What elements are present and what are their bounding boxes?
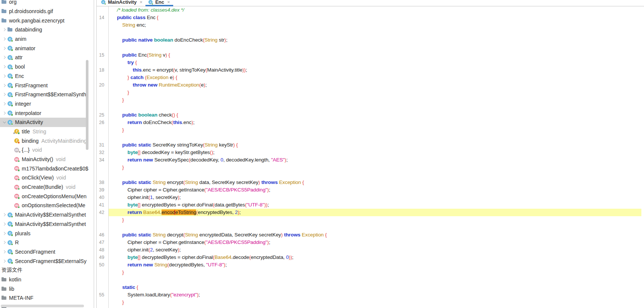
- tree-item-mainactivity[interactable]: mMainActivity()void: [0, 155, 94, 164]
- code-line[interactable]: [109, 224, 641, 231]
- chevron-right-icon[interactable]: [1, 93, 7, 96]
- chevron-right-icon[interactable]: [1, 56, 7, 58]
- code-line[interactable]: return new SecretKeySpec(decodedKey, 0, …: [109, 156, 641, 164]
- chevron-right-icon[interactable]: [1, 66, 7, 68]
- tree-item-oncreateoptionsmenu-men[interactable]: monCreateOptionsMenu(Men: [0, 191, 94, 201]
- code-line[interactable]: throw new RuntimeException(e);: [109, 81, 641, 89]
- tree-item-meta-inf[interactable]: META-INF: [0, 293, 94, 303]
- code-line[interactable]: byte[] decryptedBytes = cipher.doFinal(B…: [109, 254, 641, 261]
- tree-item-oncreate-bundle[interactable]: monCreate(Bundle)void: [0, 182, 94, 192]
- tree-item-firstfragment[interactable]: cFirstFragment: [0, 81, 94, 90]
- code-line[interactable]: [109, 104, 641, 111]
- code-line[interactable]: }: [109, 269, 641, 276]
- code-line[interactable]: }: [109, 164, 641, 171]
- code-line[interactable]: Cipher cipher = Cipher.getInstance("AES/…: [109, 239, 641, 246]
- tree-item-databinding[interactable]: databinding: [0, 25, 94, 34]
- code-line[interactable]: byte[] encryptedBytes = cipher.doFinal(d…: [109, 201, 641, 209]
- tree-item-firstfragment-externalsynth[interactable]: cFirstFragment$$ExternalSynth: [0, 90, 94, 99]
- tree-item-mainactivity-externalsynthet[interactable]: cMainActivity$$ExternalSynthet: [0, 220, 94, 229]
- chevron-right-icon[interactable]: [1, 232, 7, 235]
- code-line[interactable]: }: [109, 299, 641, 306]
- code-line[interactable]: return new String(decryptedBytes, "UTF-8…: [109, 261, 641, 269]
- code-line[interactable]: }: [109, 96, 641, 104]
- tree-item-animator[interactable]: canimator: [0, 43, 94, 53]
- code-line[interactable]: Cipher cipher = Cipher.getInstance("AES/…: [109, 186, 641, 194]
- tree-item-attr[interactable]: cattr: [0, 53, 94, 62]
- chevron-right-icon[interactable]: [1, 103, 7, 105]
- tree-item-bool[interactable]: cbool: [0, 62, 94, 72]
- code-line[interactable]: [109, 44, 641, 51]
- code-line[interactable]: [109, 29, 641, 36]
- chevron-right-icon[interactable]: [1, 75, 7, 77]
- code-line[interactable]: }: [109, 126, 641, 134]
- code-line[interactable]: cipher.init(2, secretKey);: [109, 246, 641, 254]
- code-line[interactable]: public class Enc {: [109, 14, 641, 21]
- tree-item-plurals[interactable]: cplurals: [0, 229, 94, 238]
- code-line[interactable]: public native boolean doEncCheck(String …: [109, 36, 641, 44]
- tree-item-pl-droidsonroids-gif[interactable]: pl.droidsonroids.gif: [0, 7, 94, 16]
- code-line[interactable]: } catch (Exception e) {: [109, 74, 641, 81]
- chevron-right-icon[interactable]: [1, 251, 7, 253]
- tree-item-r[interactable]: cR: [0, 238, 94, 247]
- tree-item-title[interactable]: f★titleString: [0, 127, 94, 136]
- tree-item-org[interactable]: org: [0, 0, 94, 7]
- tree-item-mainactivity[interactable]: cMainActivity: [0, 118, 94, 127]
- chevron-right-icon[interactable]: [1, 214, 7, 216]
- tree-item-m1757lambda-oncreate-0[interactable]: mm1757lambda$onCreate$0$: [0, 164, 94, 173]
- tree-item-binding[interactable]: fbindingActivityMainBinding: [0, 136, 94, 145]
- tree-item-anim[interactable]: canim: [0, 34, 94, 44]
- chevron-right-icon[interactable]: [1, 38, 7, 40]
- tree-item-kotlin[interactable]: kotlin: [0, 275, 94, 284]
- tree-item-enc[interactable]: cEnc: [0, 72, 94, 81]
- close-icon[interactable]: ×: [140, 0, 143, 5]
- tree-item-lib[interactable]: lib: [0, 284, 94, 293]
- code-line[interactable]: }: [109, 216, 641, 224]
- tab-enc[interactable]: cEnc×: [145, 0, 173, 6]
- panel-splitter[interactable]: [94, 0, 97, 308]
- code-line[interactable]: [109, 306, 641, 308]
- chevron-right-icon[interactable]: [1, 47, 7, 49]
- code-line[interactable]: [109, 134, 641, 141]
- chevron-right-icon[interactable]: [1, 28, 7, 31]
- code-line[interactable]: /* loaded from: classes4.dex */: [109, 6, 641, 14]
- code-line[interactable]: public Enc(String v) {: [109, 51, 641, 59]
- tab-mainactivity[interactable]: cMainActivity×: [98, 0, 145, 6]
- chevron-right-icon[interactable]: [1, 260, 7, 262]
- code-line[interactable]: System.loadLibrary("ezencrypt");: [109, 291, 641, 299]
- chevron-right-icon[interactable]: [1, 84, 7, 87]
- tree-item-item[interactable]: m★{...}void: [0, 145, 94, 155]
- code-line[interactable]: [109, 276, 641, 284]
- tree-item-mainactivity-externalsynthet[interactable]: cMainActivity$$ExternalSynthet: [0, 210, 94, 220]
- code-editor[interactable]: /* loaded from: classes4.dex */14public …: [97, 6, 644, 308]
- tree-item-work-pangbai-ezencrypt[interactable]: work.pangbai.ezencrypt: [0, 16, 94, 25]
- code-line[interactable]: try {: [109, 59, 641, 66]
- code-line[interactable]: [109, 171, 641, 179]
- tree-item-interpolator[interactable]: cinterpolator: [0, 108, 94, 118]
- chevron-right-icon[interactable]: [1, 223, 7, 225]
- tree-item-secondfragment-externalsy[interactable]: cSecondFragment$$ExternalSy: [0, 256, 94, 266]
- code-line[interactable]: String enc;: [109, 21, 641, 29]
- code-line[interactable]: public static SecretKey stringToKey(Stri…: [109, 141, 641, 149]
- tree-item-integer[interactable]: cinteger: [0, 99, 94, 109]
- tree-item-item[interactable]: 资源文件: [0, 266, 94, 275]
- chevron-right-icon[interactable]: [1, 112, 7, 114]
- code-line[interactable]: this.enc = encrypt(v, stringToKey(MainAc…: [109, 66, 641, 74]
- tree-item-secondfragment[interactable]: cSecondFragment: [0, 247, 94, 257]
- code-line[interactable]: }: [109, 89, 641, 96]
- code-line[interactable]: byte[] decodedKey = keyStr.getBytes();: [109, 149, 641, 156]
- code-line[interactable]: static {: [109, 284, 641, 291]
- tree-vertical-scrollbar[interactable]: [86, 60, 88, 150]
- close-icon[interactable]: ×: [167, 0, 170, 5]
- code-line[interactable]: return doEncCheck(this.enc);: [109, 119, 641, 126]
- code-line[interactable]: public boolean check() {: [109, 111, 641, 119]
- tree-item-onclick-view[interactable]: monClick(View)void: [0, 173, 94, 182]
- code-line[interactable]: cipher.init(1, secretKey);: [109, 194, 641, 201]
- code-line-current[interactable]: return Base64.encodeToString(encryptedBy…: [109, 209, 641, 216]
- code-line[interactable]: public static String decrypt(String encr…: [109, 231, 641, 239]
- code-line[interactable]: public static String encrypt(String data…: [109, 179, 641, 186]
- chevron-right-icon[interactable]: [1, 241, 7, 244]
- green-dot: [104, 3, 106, 5]
- tree-item-onoptionsitemselected-me[interactable]: monOptionsItemSelected(Me: [0, 201, 94, 210]
- chevron-down-icon[interactable]: [1, 121, 7, 123]
- tree-horizontal-scrollbar[interactable]: [1, 305, 84, 307]
